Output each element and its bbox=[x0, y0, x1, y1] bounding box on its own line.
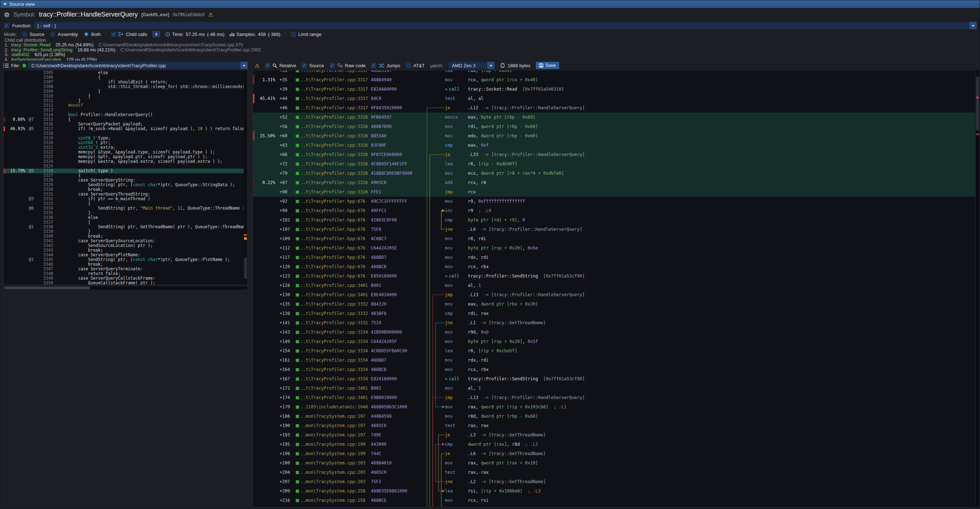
radio-icon[interactable] bbox=[22, 32, 27, 37]
asm-row[interactable]: 0.22%+87..t\TracyProfiler.cpp:33264903C8… bbox=[253, 178, 975, 187]
source-scrollbar-thumb[interactable] bbox=[244, 258, 247, 279]
asm-location[interactable]: ..t\TracyProfiler.cpp:3317 bbox=[301, 84, 371, 94]
source-line[interactable]: 3318 bbox=[3, 131, 247, 136]
asm-location[interactable]: ..t\TracyProfiler.hpp:676 bbox=[301, 243, 371, 253]
asm-row[interactable]: +66..t\TracyProfiler.cpp:33260F87CE06000… bbox=[253, 150, 975, 159]
asm-row[interactable]: +107..t\TracyProfiler.hpp:67675F6jne.L0 … bbox=[253, 225, 975, 234]
asm-row[interactable]: +117..t\TracyProfiler.hpp:676488BD7movrd… bbox=[253, 253, 975, 262]
source-line[interactable]: 3339 } bbox=[3, 229, 247, 234]
asm-row[interactable]: +102..t\TracyProfiler.hpp:67642803C0F00c… bbox=[253, 215, 975, 225]
source-line[interactable]: 3312 #endif bbox=[3, 103, 247, 108]
source-line[interactable]: 3322 memcpy( &type, &payload.type, sizeo… bbox=[3, 150, 247, 154]
radio-icon[interactable] bbox=[84, 32, 89, 37]
att-checkbox[interactable] bbox=[406, 63, 411, 68]
asm-row[interactable]: +31..t\TracyProfiler.cpp:3317488D5597lea… bbox=[253, 70, 975, 75]
asm-row[interactable]: +161..t\TracyProfiler.cpp:3334488BD7movr… bbox=[253, 356, 975, 365]
limit-range-checkbox[interactable] bbox=[291, 32, 296, 37]
source-line[interactable]: 46.93%@53317 if( !m_sock->Read( &payload… bbox=[3, 127, 247, 131]
asm-location[interactable]: ..t\TracyProfiler.cpp:3334 bbox=[301, 374, 371, 383]
asm-location[interactable]: ..t\TracyProfiler.cpp:3326 bbox=[301, 178, 371, 187]
source-line[interactable]: 3327 { bbox=[3, 173, 247, 178]
asm-row[interactable]: +167..t\TracyProfiler.cpp:3334E824160000… bbox=[253, 374, 975, 383]
source-line[interactable]: 3349 case ServerQueryCallstackFrame: bbox=[3, 276, 247, 281]
file-combo[interactable]: C:\Users\wolf\Desktop\darkrl\contrib\tra… bbox=[29, 62, 248, 69]
chevron-down-icon[interactable] bbox=[970, 22, 977, 29]
asm-row[interactable]: +120..t\TracyProfiler.hpp:676488BCBmovrc… bbox=[253, 262, 975, 271]
asm-location[interactable]: ..mon\TracySystem.cpp:199 bbox=[301, 449, 371, 458]
source-checkbox[interactable] bbox=[302, 63, 307, 68]
source-line[interactable]: 3323 memcpy( &ptr, &payload.ptr, sizeof(… bbox=[3, 154, 247, 159]
jumps-toggle[interactable]: Jumps bbox=[371, 63, 400, 68]
asm-location[interactable]: ..t\TracyProfiler.cpp:3326 bbox=[301, 122, 371, 131]
asm-row[interactable]: +52..t\TracyProfiler.cpp:33260FB64597mov… bbox=[253, 113, 975, 122]
source-line[interactable]: 3344 case ServerQueryPlotName: bbox=[3, 253, 247, 258]
asm-row[interactable]: +141..t\TracyProfiler.cpp:33327524jne.L1… bbox=[253, 318, 975, 328]
asm-row[interactable]: +207..mon\TracySystem.cpp:20375F2jne.L2 … bbox=[253, 477, 975, 486]
jumps-checkbox[interactable] bbox=[371, 63, 376, 68]
asm-row[interactable]: +198..mon\TracySystem.cpp:199744Cje.L6 -… bbox=[253, 449, 975, 458]
asm-location[interactable]: ..t\TracyProfiler.cpp:3317 bbox=[301, 75, 371, 84]
source-line[interactable]: 3343 break; bbox=[3, 248, 247, 253]
source-hscrollbar[interactable] bbox=[3, 286, 248, 290]
source-line[interactable]: 3348 return false; bbox=[3, 271, 247, 276]
asm-location[interactable]: ..t\TracyProfiler.cpp:3334 bbox=[301, 365, 371, 374]
propagate-inlines-button[interactable] bbox=[153, 31, 160, 37]
uarch-combo[interactable]: AMD Zen 3 bbox=[449, 62, 495, 69]
source-line[interactable]: @33332 if( ptr == m_mainThread ) bbox=[3, 197, 247, 201]
source-line[interactable]: 3310 } bbox=[3, 94, 247, 99]
asm-row[interactable]: +154..t\TracyProfiler.cpp:33344C8D055FBA… bbox=[253, 346, 975, 356]
source-line[interactable]: 3307 if( shouldExit ) return; bbox=[3, 80, 247, 84]
asm-location[interactable]: ..t\TracyProfiler.cpp:3401 bbox=[301, 393, 371, 402]
asm-row[interactable]: +138..t\TracyProfiler.cpp:3332483BF8cmpr… bbox=[253, 309, 975, 318]
asm-row[interactable]: +195..mon\TracySystem.cpp:199443900cmpdw… bbox=[253, 440, 975, 449]
asm-location[interactable]: ..t\TracyProfiler.hpp:676 bbox=[301, 206, 371, 215]
source-line[interactable]: 3316 ServerQueryPacket payload; bbox=[3, 122, 247, 127]
child-call-row[interactable]: 2.tracy::Profiler::SendLongString19.88 m… bbox=[5, 48, 980, 53]
function-checkbox[interactable] bbox=[4, 23, 10, 29]
asm-location[interactable]: ..mon\TracySystem.cpp:197 bbox=[301, 412, 371, 421]
asm-location[interactable]: ..mon\TracySystem.cpp:203 bbox=[301, 468, 371, 477]
asm-location[interactable]: ..t\TracyProfiler.cpp:3401 bbox=[301, 383, 371, 393]
asm-location[interactable]: ..t\TracyProfiler.cpp:3334 bbox=[301, 328, 371, 337]
asm-row[interactable]: +179..1103\include\atomic:1048488B05B63C… bbox=[253, 402, 975, 412]
asm-scrollbar[interactable] bbox=[976, 70, 979, 507]
asm-location[interactable]: ..t\TracyProfiler.cpp:3334 bbox=[301, 337, 371, 346]
asm-row[interactable]: +135..t\TracyProfiler.cpp:33328B4320move… bbox=[253, 299, 975, 309]
source-line[interactable]: 3314 bool Profiler::HandleServerQuery() bbox=[3, 113, 247, 117]
asm-location[interactable]: ..t\TracyProfiler.cpp:3332 bbox=[301, 309, 371, 318]
asm-location[interactable]: ..t\TracyProfiler.cpp:3334 bbox=[301, 346, 371, 356]
source-line[interactable]: 3308 std::this_thread::sleep_for( std::c… bbox=[3, 84, 247, 89]
asm-row[interactable]: +39..t\TracyProfiler.cpp:3317E824AA0000»… bbox=[253, 84, 975, 94]
raw-code-toggle[interactable]: Raw code bbox=[329, 63, 366, 68]
asm-location[interactable]: ..t\TracyProfiler.cpp:3401 bbox=[301, 290, 371, 299]
mode-option-assembly[interactable]: Assembly bbox=[50, 32, 78, 37]
mode-option-both[interactable]: Both bbox=[84, 32, 101, 37]
source-line[interactable]: 0.66%@73315 { bbox=[3, 117, 247, 122]
source-line[interactable]: 3313 bbox=[3, 108, 247, 113]
asm-location[interactable]: ..mon\TracySystem.cpp:258 bbox=[301, 486, 371, 496]
asm-row[interactable]: +130..t\TracyProfiler.cpp:3401E9E4010000… bbox=[253, 290, 975, 299]
source-hscrollbar-thumb[interactable] bbox=[4, 286, 90, 289]
asm-row[interactable]: +216..mon\TracySystem.cpp:258488BCEmovrc… bbox=[253, 496, 975, 505]
asm-location[interactable]: ..mon\TracySystem.cpp:203 bbox=[301, 477, 371, 486]
asm-location[interactable]: ..t\TracyProfiler.hpp:676 bbox=[301, 197, 371, 206]
function-combo[interactable]: [ - self - ] bbox=[34, 22, 977, 29]
asm-row[interactable]: +79..t\TracyProfiler.cpp:3326418B8C80E0B… bbox=[253, 169, 975, 178]
asm-location[interactable]: ..mon\TracySystem.cpp:197 bbox=[301, 421, 371, 430]
source-line[interactable]: 3328 case ServerQueryString: bbox=[3, 178, 247, 183]
asm-row[interactable]: +46..t\TracyProfiler.cpp:33170F843502000… bbox=[253, 103, 975, 113]
source-scrollbar[interactable] bbox=[243, 70, 247, 285]
asm-row[interactable]: +149..t\TracyProfiler.cpp:3334C64424205F… bbox=[253, 337, 975, 346]
asm-location[interactable]: ..mon\TracySystem.cpp:203 bbox=[301, 458, 371, 468]
asm-location[interactable]: ..t\TracyProfiler.cpp:3334 bbox=[301, 356, 371, 365]
asm-location[interactable]: ..t\TracyProfiler.hpp:676 bbox=[301, 253, 371, 262]
source-toggle[interactable]: Source bbox=[302, 63, 324, 68]
asm-location[interactable]: ..t\TracyProfiler.cpp:3332 bbox=[301, 299, 371, 309]
titlebar[interactable]: Source view bbox=[0, 0, 980, 8]
asm-location[interactable]: ..t\TracyProfiler.cpp:3326 bbox=[301, 131, 371, 140]
asm-row[interactable]: +123..t\TracyProfiler.hpp:676E850160000»… bbox=[253, 271, 975, 281]
asm-row[interactable]: +172..t\TracyProfiler.cpp:3401B001moval,… bbox=[253, 383, 975, 393]
asm-row[interactable]: +90..t\TracyProfiler.cpp:3326FFE1jmprcx bbox=[253, 187, 975, 197]
asm-location[interactable]: ..t\TracyProfiler.cpp:3326 bbox=[301, 113, 371, 122]
asm-location[interactable]: ..t\TracyProfiler.cpp:3317 bbox=[301, 70, 371, 75]
